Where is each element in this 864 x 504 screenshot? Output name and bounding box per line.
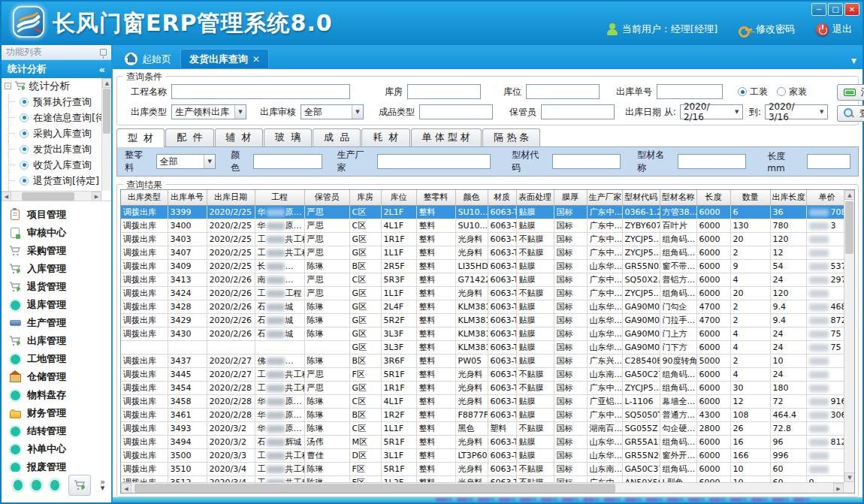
material-tab-1[interactable]: 型 材	[116, 128, 165, 147]
column-header-surf[interactable]: 表面处理	[516, 190, 554, 205]
footer-dot-icon[interactable]	[14, 480, 23, 490]
column-header-loc[interactable]: 库位	[381, 190, 416, 205]
table-row[interactable]: 调拨出库34002020/2/25华原…严思C区4L1F整料SU10...606…	[121, 219, 844, 232]
tree-item-4[interactable]: 发货出库查询	[2, 141, 101, 157]
tree-item-1[interactable]: 预算执行查询	[2, 94, 101, 110]
table-row[interactable]: 调拨出库34452020/2/27工共工程严思F区5R1F整料光身料6063-T…	[121, 367, 844, 381]
table-row[interactable]: 调拨出库34582020/2/28华原…陈琳C区4L1F整料光身料6063-T5…	[121, 394, 844, 408]
sidebar-item-退库管理[interactable]: 退库管理	[2, 296, 111, 314]
column-header-qty[interactable]: 数量	[730, 190, 770, 205]
column-header-price[interactable]: 单价	[806, 190, 844, 205]
product-type-input[interactable]	[419, 104, 493, 119]
radio-jiazhuang[interactable]: 家装	[777, 86, 807, 98]
sidebar-item-项目管理[interactable]: 项目管理	[2, 206, 111, 224]
column-header-wh[interactable]: 库房	[349, 190, 381, 205]
sidebar-item-审核中心[interactable]: 审核中心	[2, 224, 111, 242]
table-row[interactable]: 调拨出库34942020/3/2石辉城汤伟M区5R1F整料光身料6063-T5贴…	[121, 435, 844, 448]
clear-conditions-button[interactable]: 清空条件	[837, 84, 864, 101]
sidebar-item-生产管理[interactable]: 生产管理	[2, 314, 111, 332]
tab-home[interactable]: 起始页	[116, 49, 180, 69]
tab-close-icon[interactable]: ✕	[252, 54, 260, 65]
tree-hscroll-thumb[interactable]	[22, 192, 74, 201]
scroll-right-icon[interactable]: ▶	[833, 483, 844, 493]
order-no-input[interactable]	[657, 84, 723, 99]
tree-item-5[interactable]: 收货入库查询	[2, 157, 101, 173]
sidebar-item-出库管理[interactable]: 出库管理	[2, 332, 111, 350]
location-input[interactable]	[526, 84, 600, 99]
scroll-right-icon[interactable]: ▶	[92, 192, 101, 201]
scroll-left-icon[interactable]: ◀	[121, 483, 131, 493]
tab-shipping-outbound-query[interactable]: 发货出库查询 ✕	[180, 49, 269, 69]
tree-expand-icon[interactable]: -	[5, 83, 11, 89]
tree-horizontal-scrollbar[interactable]: ◀ ▶	[2, 191, 101, 201]
scroll-left-icon[interactable]: ◀	[2, 192, 11, 201]
column-header-proj[interactable]: 工程	[255, 190, 304, 205]
table-row[interactable]: 调拨出库34032020/2/25工共工程严思G区1R1F整料光身料6063-T…	[121, 232, 844, 246]
sidebar-item-退货管理[interactable]: 退货管理	[2, 278, 111, 296]
warehouse-input[interactable]	[407, 84, 481, 99]
table-row[interactable]: 调拨出库34242020/2/26工工程严思G区1L1F整料光身料6063-T5…	[121, 286, 844, 300]
table-row[interactable]: 调拨出库35002020/3/3工共工程曹佳D区3L1F整料LT3P606063…	[121, 448, 844, 462]
table-row[interactable]: 调拨出库34092020/2/25长…陈琳B区2R5F整料LI35HD6063-…	[121, 259, 844, 273]
pin-icon[interactable]	[100, 49, 107, 56]
collapse-icon[interactable]: «	[99, 64, 105, 75]
date-to-picker[interactable]: 2020/ 3/16 ▼	[765, 104, 828, 119]
tree-item-3[interactable]: 采购入库查询	[2, 125, 101, 141]
column-header-film[interactable]: 膜厚	[554, 190, 587, 205]
table-row[interactable]: 调拨出库33992020/2/25华原…严思C区2L1F整料SU10...606…	[121, 205, 844, 219]
footer-dot-icon[interactable]	[32, 480, 41, 490]
sidebar-item-财务管理[interactable]: 财务管理	[2, 404, 111, 422]
column-header-code[interactable]: 型材代码	[622, 190, 660, 205]
sidebar-item-入库管理[interactable]: 入库管理	[2, 260, 111, 278]
tree-item-6[interactable]: 退货查询[待定]	[2, 173, 101, 189]
table-horizontal-scrollbar[interactable]: ◀ ▶	[121, 482, 844, 493]
change-password-button[interactable]: 修改密码	[739, 23, 795, 36]
name-input[interactable]	[678, 154, 746, 169]
minimize-button[interactable]: ─	[811, 3, 826, 16]
sidebar-item-工地管理[interactable]: 工地管理	[2, 350, 111, 368]
table-row[interactable]: G区3L3F整料KLM38176063-T5贴膜国标山东华...GA90M09.…	[121, 340, 844, 354]
logout-button[interactable]: 退出	[816, 23, 852, 36]
table-row[interactable]: 调拨出库34132020/2/26南…严思C区5R3F整料G714226063-…	[121, 273, 844, 286]
scroll-up-icon[interactable]: ▲	[844, 190, 855, 200]
column-header-mat[interactable]: 材质	[488, 190, 516, 205]
column-header-outlen[interactable]: 出库长度	[770, 190, 806, 205]
sidebar-item-采购管理[interactable]: 采购管理	[2, 242, 111, 260]
column-header-no[interactable]: 出库单号	[168, 190, 207, 205]
sidebar-item-补单中心[interactable]: 补单中心	[2, 440, 111, 458]
column-header-type[interactable]: 出库类型	[121, 190, 168, 205]
sidebar-item-结转管理[interactable]: 结转管理	[2, 422, 111, 440]
sidebar-section-header[interactable]: 统计分析 «	[2, 60, 111, 78]
outbound-type-combo[interactable]: 生产领料出库 ▼	[171, 104, 246, 119]
table-hscroll-thumb[interactable]	[134, 484, 615, 493]
sidebar-item-报废管理[interactable]: 报废管理	[2, 458, 111, 472]
material-tab-7[interactable]: 单 体 型 材	[411, 128, 482, 146]
scroll-up-icon[interactable]: ▲	[102, 78, 111, 88]
table-row[interactable]: 调拨出库34302020/2/26石城陈琳G区3L3F整料KLM38176063…	[121, 327, 844, 340]
maker-input[interactable]	[377, 154, 491, 169]
material-tab-6[interactable]: 耗 材	[361, 128, 409, 146]
tab-list-dropdown-icon[interactable]: ▼	[851, 57, 856, 65]
column-header-keeper[interactable]: 保管员	[304, 190, 349, 205]
column-header-maker[interactable]: 生产厂家	[587, 190, 622, 205]
column-header-part[interactable]: 整零料	[416, 190, 455, 205]
tree-item-2[interactable]: 在途信息查询[待	[2, 110, 101, 125]
tree-vertical-scrollbar[interactable]: ▲	[101, 78, 111, 191]
audit-combo[interactable]: 全部 ▼	[301, 104, 364, 119]
material-tab-5[interactable]: 成 品	[313, 128, 361, 146]
table-row[interactable]: 调拨出库34612020/2/28华原…陈琳B区1R2F整料F8877FT606…	[121, 408, 844, 421]
material-tab-4[interactable]: 玻 璃	[264, 128, 312, 146]
keeper-input[interactable]	[541, 104, 615, 119]
table-row[interactable]: 调拨出库35102020/3/4工共工程陈琳F区5R1F整料光身料6063-T5…	[121, 462, 844, 475]
part-combo[interactable]: 全部 ▼	[156, 154, 216, 169]
column-header-len[interactable]: 长度	[696, 190, 730, 205]
material-tab-2[interactable]: 配 件	[165, 128, 213, 146]
column-header-color[interactable]: 颜色	[455, 190, 488, 205]
material-tab-8[interactable]: 隔 热 条	[482, 128, 540, 146]
column-header-date[interactable]: 出库日期	[207, 190, 255, 205]
date-from-picker[interactable]: 2020/ 2/16 ▼	[680, 104, 743, 119]
color-input[interactable]	[253, 154, 322, 169]
table-row[interactable]: 调拨出库35122020/3/4工共工程陈琳F区1L2F整料光身料6063-T5…	[121, 475, 844, 482]
table-row[interactable]: 调拨出库34072020/2/25工共工程严思G区1L1F整料光身料6063-T…	[121, 246, 844, 259]
project-name-input[interactable]	[171, 84, 350, 99]
